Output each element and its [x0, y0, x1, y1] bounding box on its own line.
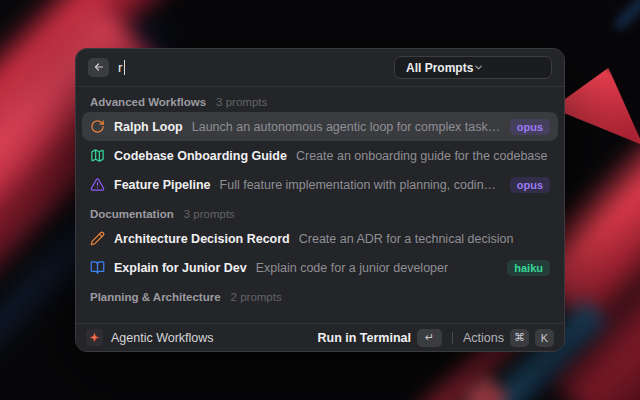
prompt-palette-window: r All Prompts Advanced Workflows3 prompt… [75, 48, 565, 352]
prompt-description: Create an ADR for a technical decision [299, 232, 550, 246]
actions-button[interactable]: Actions [463, 331, 504, 345]
prompt-list-item[interactable]: Explain for Junior DevExplain code for a… [82, 253, 558, 282]
wallpaper-blue-ribbon [612, 0, 640, 32]
prompt-list-item[interactable]: Codebase Onboarding GuideCreate an onboa… [82, 141, 558, 170]
prompt-title: Ralph Loop [114, 120, 183, 134]
back-button[interactable] [88, 58, 109, 77]
prompt-title: Codebase Onboarding Guide [114, 149, 287, 163]
prompt-title: Architecture Decision Record [114, 232, 290, 246]
pencil-icon [90, 231, 105, 246]
prompt-title: Explain for Junior Dev [114, 261, 247, 275]
status-bar: Agentic Workflows Run in Terminal ↵ Acti… [76, 323, 564, 351]
prompt-list: Advanced Workflows3 promptsRalph LoopLau… [76, 87, 564, 307]
footer-actions: Run in Terminal ↵ Actions ⌘ K [317, 329, 554, 347]
prompt-description: Full feature implementation with plannin… [220, 178, 501, 192]
text-caret [124, 60, 126, 75]
model-badge: opus [510, 119, 550, 135]
prompt-list-item[interactable]: Architecture Decision RecordCreate an AD… [82, 224, 558, 253]
refresh-loop-icon [90, 119, 105, 134]
map-icon [90, 148, 105, 163]
section-title: Advanced Workflows [90, 96, 206, 108]
section-count: 2 prompts [231, 291, 282, 303]
prompt-list-item[interactable]: Ralph LoopLaunch an autonomous agentic l… [82, 112, 558, 141]
dropdown-label: All Prompts [406, 61, 473, 75]
prompt-description: Explain code for a junior developer [256, 261, 499, 275]
model-badge: opus [510, 177, 550, 193]
prompt-title: Feature Pipeline [114, 178, 211, 192]
section-title: Documentation [90, 208, 174, 220]
return-keycap[interactable]: ↵ [417, 329, 442, 347]
chevron-down-icon [473, 59, 484, 77]
prompt-filter-dropdown[interactable]: All Prompts [394, 56, 552, 79]
section-title: Planning & Architecture [90, 291, 221, 303]
app-name: Agentic Workflows [111, 331, 214, 345]
section-header: Planning & Architecture2 prompts [82, 282, 558, 307]
divider [452, 332, 453, 344]
book-open-icon [90, 260, 105, 275]
section-count: 3 prompts [184, 208, 235, 220]
k-keycap[interactable]: K [535, 329, 554, 347]
search-input[interactable]: r [118, 60, 125, 75]
starburst-logo-icon [90, 333, 100, 343]
app-logo [86, 329, 103, 346]
prompt-list-item[interactable]: Feature PipelineFull feature implementat… [82, 170, 558, 199]
model-badge: haiku [507, 260, 550, 276]
arrow-left-icon [93, 59, 105, 77]
prompt-description: Launch an autonomous agentic loop for co… [192, 120, 501, 134]
section-header: Documentation3 prompts [82, 199, 558, 224]
search-query: r [118, 60, 123, 75]
run-in-terminal-button[interactable]: Run in Terminal [317, 331, 411, 345]
section-header: Advanced Workflows3 prompts [82, 87, 558, 112]
search-bar: r All Prompts [76, 49, 564, 87]
section-count: 3 prompts [216, 96, 267, 108]
command-keycap[interactable]: ⌘ [510, 329, 529, 347]
prompt-description: Create an onboarding guide for the codeb… [296, 149, 550, 163]
alert-triangle-icon [90, 177, 105, 192]
